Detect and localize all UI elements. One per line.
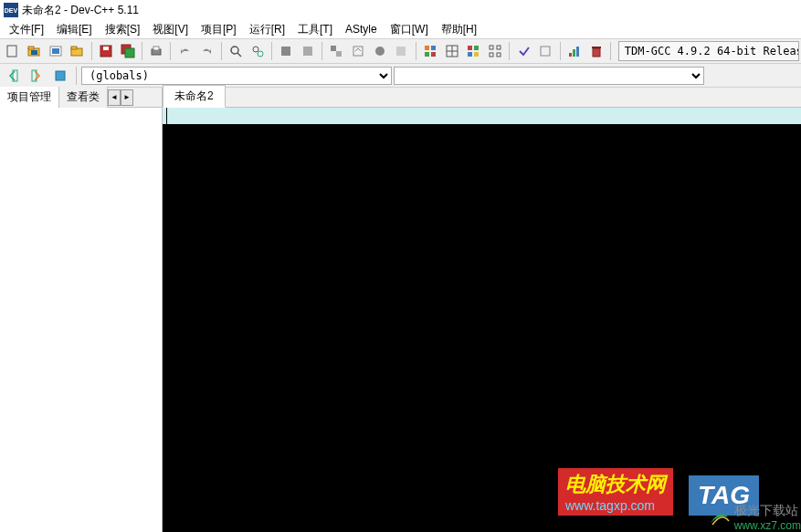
svg-point-16 <box>253 47 258 52</box>
grid4-icon[interactable] <box>485 41 506 61</box>
svg-rect-41 <box>569 53 572 57</box>
svg-rect-18 <box>281 47 290 56</box>
replace-icon[interactable] <box>247 41 268 61</box>
file-tab[interactable]: 未命名2 <box>163 85 226 108</box>
compiler-label: TDM-GCC 4.9.2 64-bit Releas <box>618 41 799 61</box>
watermark-xz7-url: www.xz7.com <box>734 519 801 532</box>
compile-run-icon[interactable] <box>326 41 347 61</box>
chart-icon[interactable] <box>564 41 585 61</box>
svg-rect-28 <box>431 52 436 57</box>
watermark-tagxp-url: www.tagxp.com <box>565 498 666 513</box>
svg-line-15 <box>237 53 241 57</box>
scope-combo[interactable]: (globals) <box>81 67 392 85</box>
svg-rect-34 <box>468 52 472 57</box>
run-icon[interactable] <box>298 41 319 61</box>
grid1-icon[interactable] <box>420 41 441 61</box>
cursor <box>166 108 167 124</box>
grid2-icon[interactable] <box>441 41 462 61</box>
svg-rect-7 <box>71 47 77 49</box>
svg-rect-33 <box>474 46 479 50</box>
sidebar: 项目管理 查看类 ◄ ► <box>0 88 163 532</box>
menu-file[interactable]: 文件[F] <box>4 20 49 39</box>
svg-rect-35 <box>474 52 479 57</box>
svg-rect-0 <box>7 46 16 57</box>
menu-view[interactable]: 视图[V] <box>147 20 194 39</box>
watermark-xz7: 极光下载站 www.xz7.com <box>709 503 801 532</box>
main-toolbar: TDM-GCC 4.9.2 64-bit Releas <box>0 38 801 64</box>
svg-rect-24 <box>396 47 406 56</box>
svg-rect-39 <box>497 53 501 57</box>
menu-window[interactable]: 窗口[W] <box>385 20 434 39</box>
new-file-icon[interactable] <box>2 41 23 61</box>
compile-icon[interactable] <box>276 41 297 61</box>
svg-rect-25 <box>425 46 429 50</box>
svg-rect-42 <box>573 49 575 57</box>
menu-search[interactable]: 搜索[S] <box>100 20 146 39</box>
find-icon[interactable] <box>226 41 247 61</box>
svg-rect-11 <box>125 48 134 57</box>
current-line-highlight <box>163 108 801 124</box>
back-icon[interactable] <box>2 66 24 86</box>
menu-edit[interactable]: 编辑[E] <box>51 20 98 39</box>
undo-icon[interactable] <box>174 41 195 61</box>
menu-run[interactable]: 运行[R] <box>244 20 290 39</box>
watermark-tagxp-title: 电脑技术网 <box>565 471 666 498</box>
svg-rect-3 <box>31 50 37 55</box>
menu-project[interactable]: 项目[P] <box>195 20 242 39</box>
bookmark-icon[interactable] <box>49 66 71 86</box>
window-title: 未命名2 - Dev-C++ 5.11 <box>22 3 139 18</box>
svg-rect-5 <box>52 48 59 54</box>
rebuild-icon[interactable] <box>348 41 369 61</box>
print-icon[interactable] <box>146 41 167 61</box>
svg-rect-26 <box>431 46 436 50</box>
tab-scroll-right-icon[interactable]: ► <box>121 89 133 106</box>
svg-rect-48 <box>56 71 65 80</box>
svg-rect-43 <box>576 47 579 57</box>
member-combo[interactable] <box>394 67 704 85</box>
open-project-icon[interactable] <box>24 41 45 61</box>
svg-rect-13 <box>153 47 159 50</box>
sidebar-tab-project[interactable]: 项目管理 <box>0 87 59 109</box>
svg-rect-27 <box>425 52 429 57</box>
svg-rect-36 <box>490 46 493 49</box>
save-icon[interactable] <box>96 41 117 61</box>
app-icon: DEV <box>4 3 18 17</box>
open-file-icon[interactable] <box>67 41 88 61</box>
svg-rect-32 <box>468 46 472 50</box>
code-editor[interactable]: 电脑技术网 www.tagxp.com TAG 极光下载站 www.xz7.co… <box>163 108 801 532</box>
svg-point-23 <box>375 47 385 56</box>
svg-rect-19 <box>303 47 312 56</box>
profile-icon[interactable] <box>391 41 412 61</box>
menu-astyle[interactable]: AStyle <box>340 21 383 37</box>
tab-scroll-left-icon[interactable]: ◄ <box>108 89 121 106</box>
sidebar-body <box>0 108 162 532</box>
secondary-toolbar: (globals) <box>0 64 801 88</box>
check-icon[interactable] <box>513 41 534 61</box>
menu-help[interactable]: 帮助[H] <box>436 20 482 39</box>
svg-point-17 <box>258 51 263 57</box>
save-all-icon[interactable] <box>117 41 138 61</box>
svg-rect-9 <box>103 47 109 50</box>
goto-icon[interactable] <box>535 41 556 61</box>
forward-icon[interactable] <box>26 66 47 86</box>
debug-icon[interactable] <box>369 41 390 61</box>
grid3-icon[interactable] <box>463 41 484 61</box>
redo-icon[interactable] <box>196 41 217 61</box>
delete-icon[interactable] <box>585 41 606 61</box>
menubar: 文件[F] 编辑[E] 搜索[S] 视图[V] 项目[P] 运行[R] 工具[T… <box>0 20 801 38</box>
svg-rect-21 <box>336 51 342 57</box>
menu-tools[interactable]: 工具[T] <box>292 20 338 39</box>
aurora-icon <box>709 506 731 528</box>
watermark-tagxp: 电脑技术网 www.tagxp.com <box>558 468 673 516</box>
svg-rect-45 <box>592 47 601 48</box>
svg-point-14 <box>231 47 238 54</box>
sidebar-tab-classes[interactable]: 查看类 <box>59 87 108 109</box>
svg-rect-2 <box>28 47 34 49</box>
svg-rect-44 <box>593 48 600 57</box>
svg-rect-20 <box>331 46 336 51</box>
svg-rect-38 <box>490 53 493 57</box>
new-project-icon[interactable] <box>45 41 66 61</box>
svg-rect-40 <box>541 47 550 56</box>
svg-rect-37 <box>497 46 501 49</box>
watermark-xz7-title: 极光下载站 <box>734 503 801 519</box>
